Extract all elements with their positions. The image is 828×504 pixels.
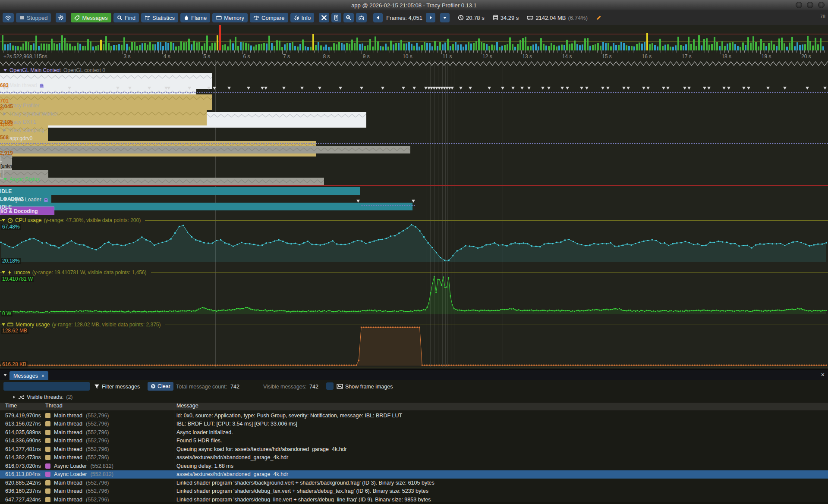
table-header[interactable]: Time Thread Message [0,403,828,411]
thread-tracy-sampling[interactable]: Tracy Sampling [3,127,44,133]
statistics-button[interactable]: Statistics [141,13,178,22]
zone-marker [356,200,360,203]
axis-tick-label: 17 s [682,53,692,59]
image-icon [337,383,343,389]
frame-marker [128,87,132,90]
memory-usage-plot[interactable] [0,326,828,366]
clear-button[interactable]: Clear [148,382,173,391]
flame-button[interactable]: Flame [180,13,210,22]
axis-tick-label: 15 s [602,53,612,59]
opengl-track-header[interactable]: OpenGL Main Context OpenGL context 0 [3,67,105,73]
timeline-zone[interactable] [0,178,324,185]
message-row[interactable]: 579,419,970nsMain thread(552,796)id: 0x0… [0,411,828,420]
find-button[interactable]: Find [113,13,139,22]
message-row[interactable]: 614,336,690nsMain thread(552,796)Found 5… [0,437,828,445]
opengl-zone-row[interactable]: 68370181,163 [0,73,828,81]
collapse-icon [3,69,7,72]
cpu-usage-plot[interactable] [0,222,828,263]
axis-tick-label: 7 s [283,53,290,59]
annotate-tool[interactable] [596,15,602,21]
sort-stats-icon [145,15,150,21]
thread-color-chip [45,480,50,485]
filter-input[interactable] [3,382,90,391]
axis-tick-label: 13 s [522,53,532,59]
axis-tick-label: 8 s [323,53,330,59]
column-message[interactable]: Message [174,403,198,410]
capture-button[interactable] [356,13,367,22]
frame-marker [501,87,504,90]
next-frame-button[interactable] [426,13,435,22]
message-row[interactable]: 613,156,027nsMain thread(552,796)IBL: BR… [0,420,828,429]
thread-tracy-symbol-worker[interactable]: Tracy Symbol Worker [3,111,58,117]
gdrv-zone-row[interactable]: [unkn [0,146,828,153]
axis-tick-label: 19 s [762,53,771,59]
messages-button[interactable]: Messages [71,13,111,22]
frame-marker [459,87,463,90]
tools-button[interactable] [319,13,329,22]
info-button[interactable]: Info [290,13,315,22]
frame-marker [511,87,515,90]
async-status-row[interactable]: IDLELOADINGIDLE [0,187,828,195]
connection-button[interactable] [3,13,14,22]
message-row[interactable]: 636,160,237nsMain thread(552,796)Linked … [0,487,828,496]
axis-tick-label: 4 s [164,53,170,59]
flame-label: Flame [191,15,207,21]
timeline-zone[interactable]: IDLE [0,187,360,195]
timeline-zone[interactable] [0,146,410,153]
frame-marker [450,87,454,90]
axis-tick-label: 20 s [801,53,811,59]
frame-marker [360,87,363,90]
flame-icon [184,15,189,21]
frame-marker [116,87,120,90]
prev-frame-button[interactable] [373,13,383,22]
message-row[interactable]: 614,377,481nsMain thread(552,796)Queuing… [0,445,828,454]
zone-label: 2,919 [0,150,13,156]
memory-button[interactable]: Memory [212,13,248,22]
tab-close-icon[interactable]: × [41,373,44,379]
async-loader-zone-row[interactable]: I/O & Docoding [0,207,828,214]
thread-label: Tracy Profiler [9,103,39,109]
fingerprint-icon [294,15,299,21]
messages-label: Messages [82,15,107,21]
minimize-button[interactable] [796,2,802,8]
gdrv-zone-row[interactable] [0,169,828,175]
column-time[interactable]: Time [0,403,42,410]
gdrv-zone-row[interactable]: [ [0,161,828,168]
column-thread[interactable]: Thread [42,403,174,410]
message-row[interactable]: 616,113,804nsAsync Loader(552,812)assets… [0,470,828,479]
close-button[interactable] [818,2,825,8]
maximize-button[interactable] [807,2,813,8]
message-row[interactable]: 620,885,242nsMain thread(552,796)Linked … [0,479,828,487]
settings-button[interactable] [56,13,66,22]
show-frame-images-checkbox[interactable] [326,382,334,390]
frame-marker [469,87,472,90]
visible-threads-row[interactable]: Visible threads: (2) [13,394,73,400]
panel-tab-bar: Messages × × [0,370,828,380]
stopped-button[interactable]: Stopped [16,13,51,22]
gdrv-zone-row[interactable]: [unkn[ [0,153,828,161]
message-row[interactable]: 614,382,473nsMain thread(552,796)assets/… [0,454,828,462]
panel-close-icon[interactable]: × [821,371,825,378]
fps-counter: 78 [820,14,825,19]
time-axis[interactable]: +2s 522,968,115ns3 s4 s5 s6 s7 s8 s9 s10… [0,50,828,60]
main-thread-zone-row[interactable]: 2,0452,1055682,919 [0,94,828,101]
notes-button[interactable] [331,13,341,22]
message-row[interactable]: 616,073,020nsAsync Loader(552,812)Queuin… [0,462,828,470]
frame-marker [560,87,564,90]
zoom-button[interactable] [343,13,354,22]
zone-label: I/O & Docoding [0,208,38,214]
ram-icon [527,15,533,21]
compare-button[interactable]: Compare [250,13,288,22]
panel-collapse-icon[interactable] [3,374,7,376]
uncore-plot-header[interactable]: uncore (y-range: 19.410781 W, visible da… [2,269,151,275]
show-frame-images-label: Show frame images [345,384,393,390]
cpu-plot-header[interactable]: CPU usage (y-range: 47.30%, visible data… [2,217,145,223]
frame-dropdown-button[interactable] [440,13,450,22]
message-row[interactable]: 614,035,689nsMain thread(552,796)Async l… [0,428,828,437]
frame-histogram[interactable] [0,25,828,51]
bolt-icon [7,270,12,275]
async-status-header[interactable]: Async Status [3,176,40,182]
uncore-power-plot[interactable] [0,274,828,315]
memory-plot-header[interactable]: Memory usage (y-range: 128.02 MB, visibl… [2,322,165,328]
tab-messages[interactable]: Messages × [9,371,48,380]
